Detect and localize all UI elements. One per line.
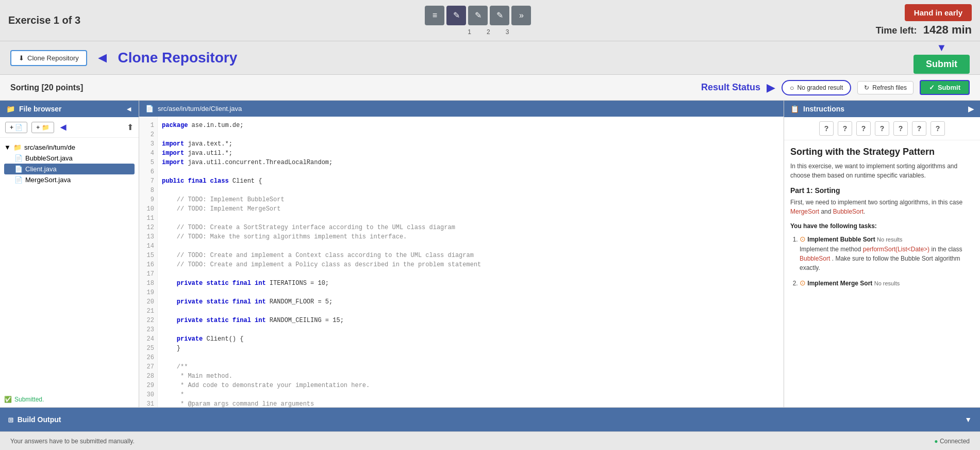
time-left: Time left: 1428 min	[876, 23, 972, 37]
clone-repo-btn[interactable]: ⬇ Clone Repository	[10, 50, 87, 66]
bubblesort-link[interactable]: BubbleSort	[833, 208, 863, 215]
code-line-14	[162, 242, 779, 251]
code-body[interactable]: 12345 678910 1112131415 1617181920 21222…	[139, 117, 784, 407]
inst-tab-5[interactable]: ?	[893, 121, 908, 136]
inst-header: 📋 Instructions ▶	[784, 101, 980, 117]
build-output-title: Build Output	[18, 415, 61, 424]
file-tree: ▼ 📁 src/ase/in/tum/de 📄 BubbleSort.java …	[0, 138, 139, 392]
code-line-2	[162, 130, 779, 139]
code-line-10: // TODO: Implement MergeSort	[162, 204, 779, 214]
task1-desc2: in the class	[931, 246, 962, 253]
file-client[interactable]: 📄 Client.java	[4, 164, 135, 174]
code-line-29: * Add code to demonstrate your implement…	[162, 381, 779, 390]
inst-part1-desc: First, we need to implement two sorting …	[790, 198, 974, 216]
inst-tasks-label: You have the following tasks:	[790, 222, 974, 230]
task2-icon: ⊙	[800, 279, 806, 287]
inst-expand-icon[interactable]: ▶	[968, 105, 974, 113]
code-line-16: // TODO: Create and implement a Policy c…	[162, 260, 779, 269]
code-line-17	[162, 269, 779, 279]
file-browser-collapse-icon[interactable]: ◄	[125, 105, 132, 113]
code-line-1: package ase.in.tum.de;	[162, 121, 779, 130]
inst-task-1: ⊙ Implement Bubble Sort No results Imple…	[800, 234, 974, 272]
status-bar: Your answers have to be submitted manual…	[0, 431, 980, 450]
result-status-area: Result Status ▶ ○ No graded result ↻ Ref…	[701, 80, 970, 95]
code-line-9: // TODO: Implement BubbleSort	[162, 195, 779, 204]
folder-open-icon: 📁	[13, 143, 22, 151]
exercise-label: Exercise 1 of 3	[8, 14, 80, 26]
code-line-18: private static final int ITERATIONS = 10…	[162, 279, 779, 288]
clone-left-arrow-icon: ◄	[95, 50, 110, 66]
time-left-label: Time left:	[876, 25, 917, 36]
tree-folder-root[interactable]: ▼ 📁 src/ase/in/tum/de	[4, 142, 135, 153]
code-line-26	[162, 353, 779, 362]
build-output-left: ⊞ Build Output	[8, 415, 61, 425]
build-output-bar[interactable]: ⊞ Build Output ▼	[0, 408, 980, 431]
folder-icon: 📁	[6, 105, 15, 113]
code-line-23	[162, 325, 779, 334]
task1-method-link[interactable]: performSort(List<Date>)	[863, 246, 929, 253]
tab-area: ≡ ✎ ✎ ✎ » 1 2 3	[425, 6, 531, 36]
file-toolbar: + 📄 + 📁 ◄ ⬆	[0, 117, 139, 138]
file-mergesort[interactable]: 📄 MergeSort.java	[4, 174, 135, 185]
tab-more-btn[interactable]: »	[511, 6, 531, 25]
instructions-title: Instructions	[803, 105, 844, 113]
tab-num-2: 2	[487, 28, 490, 36]
clone-banner: ⬇ Clone Repository ◄ Clone Repository ▼ …	[0, 41, 980, 75]
code-line-31: * @param args command line arguments	[162, 399, 779, 407]
line-numbers: 12345 678910 1112131415 1617181920 21222…	[139, 117, 158, 407]
file-browser-header: 📁 File browser ◄	[0, 101, 139, 117]
code-line-19	[162, 288, 779, 297]
file-back-arrow-icon[interactable]: ◄	[58, 121, 69, 133]
task1-badge: No results	[877, 236, 903, 243]
inst-task-2: ⊙ Implement Merge Sort No results	[800, 278, 974, 288]
inst-tab-3[interactable]: ?	[856, 121, 871, 136]
tab-num-3: 3	[506, 28, 509, 36]
check-circle-icon: ✅	[4, 396, 12, 403]
tab-3-btn[interactable]: ✎	[490, 6, 509, 25]
hand-in-btn[interactable]: Hand in early	[905, 4, 972, 21]
inst-tab-4[interactable]: ?	[875, 121, 889, 136]
clone-title: Clone Repository	[118, 50, 237, 66]
inst-tab-6[interactable]: ?	[912, 121, 926, 136]
task1-title: Implement Bubble Sort	[807, 236, 875, 243]
refresh-files-btn[interactable]: ↻ Refresh files	[857, 81, 913, 94]
task1-class-link[interactable]: BubbleSort	[800, 255, 830, 262]
new-file-btn[interactable]: + 📄	[5, 122, 27, 133]
code-line-27: /**	[162, 362, 779, 372]
inst-tab-1[interactable]: ?	[819, 121, 834, 136]
inst-desc: In this exercise, we want to implement s…	[790, 162, 974, 180]
code-line-20: private static final int RANDOM_FLOOR = …	[162, 297, 779, 307]
tab-2-btn[interactable]: ✎	[468, 6, 488, 25]
inst-tab-2[interactable]: ?	[838, 121, 852, 136]
new-folder-btn[interactable]: + 📁	[31, 122, 54, 133]
terminal-icon: ⊞	[8, 415, 13, 425]
build-expand-icon[interactable]: ▼	[965, 415, 972, 424]
tab-1-btn[interactable]: ✎	[446, 6, 466, 25]
code-line-11	[162, 214, 779, 223]
tab-menu-btn[interactable]: ≡	[425, 6, 444, 25]
file-path: src/ase/in/tum/de/Client.java	[158, 105, 242, 112]
code-line-22: private static final int RANDOM_CEILING …	[162, 316, 779, 325]
sorting-title: Sorting [20 points]	[10, 83, 83, 92]
radio-icon: ○	[790, 84, 794, 92]
code-lines[interactable]: package ase.in.tum.de; import java.text.…	[158, 117, 784, 407]
inst-body: Sorting with the Strategy Pattern In thi…	[784, 140, 980, 407]
sorting-submit-btn[interactable]: ✓ Submit	[920, 80, 970, 95]
file-icon-2: 📄	[14, 165, 23, 173]
file-bubblesort[interactable]: 📄 BubbleSort.java	[4, 153, 135, 164]
no-graded-btn[interactable]: ○ No graded result	[782, 80, 851, 95]
tab-buttons: ≡ ✎ ✎ ✎ »	[425, 6, 531, 25]
submit-down-arrow-icon: ▼	[937, 42, 947, 54]
inst-tab-7[interactable]: ?	[931, 121, 945, 136]
code-line-6	[162, 167, 779, 176]
mergesort-link[interactable]: MergeSort	[790, 208, 819, 215]
doc-icon: 📄	[145, 105, 154, 112]
submitted-label: Submitted.	[14, 396, 44, 403]
download-icon: ⬇	[19, 54, 24, 62]
tab-num-1: 1	[468, 28, 471, 36]
file-up-arrow-icon[interactable]: ⬆	[127, 122, 134, 132]
submit-big-btn[interactable]: Submit	[913, 55, 970, 74]
code-line-4: import java.util.*;	[162, 149, 779, 158]
code-line-12: // TODO: Create a SortStrategy interface…	[162, 223, 779, 232]
connected-status: ● Connected	[934, 438, 970, 445]
